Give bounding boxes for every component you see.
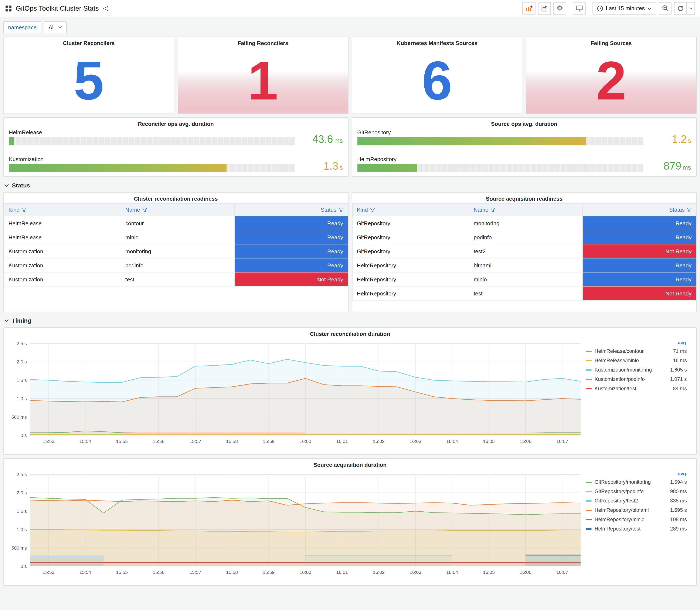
name-cell: test	[469, 286, 583, 300]
gauge-track	[9, 137, 295, 145]
dashboard-page: GitOps Toolkit Cluster Stats ⚙	[0, 0, 700, 610]
template-variables-row: namespace All	[3, 21, 697, 33]
dashboard-settings-button[interactable]: ⚙	[553, 2, 566, 15]
gauge-value: 1.2s	[644, 134, 691, 145]
panel-title[interactable]: Source ops avg. duration	[352, 118, 696, 128]
svg-text:1.0 s: 1.0 s	[17, 527, 27, 532]
panel-title[interactable]: Cluster reconciliation readiness	[4, 193, 348, 203]
panel-title[interactable]: Cluster reconciliation duration	[4, 328, 696, 338]
column-header-kind[interactable]: Kind	[4, 204, 121, 216]
refresh-button[interactable]	[674, 2, 687, 15]
series-color-swatch	[586, 528, 592, 529]
time-series-plot[interactable]: 0 s500 ms1.0 s1.5 s2.0 s2.5 s15:5315:541…	[9, 470, 586, 579]
table-row: HelmRepositoryminioReady	[352, 272, 696, 286]
svg-text:16:04: 16:04	[446, 569, 458, 575]
series-color-swatch	[586, 500, 592, 501]
svg-text:15:54: 15:54	[79, 569, 91, 575]
svg-text:1.0 s: 1.0 s	[17, 396, 27, 401]
zoom-out-icon	[662, 5, 668, 12]
legend-item[interactable]: HelmRepository/bitnami1.695 s	[586, 505, 687, 515]
legend-series-avg: 1.594 s	[670, 479, 687, 485]
kind-cell: GitRepository	[352, 244, 469, 258]
name-cell: contour	[121, 216, 234, 230]
legend-series-name: Kustomization/podinfo	[595, 376, 670, 382]
variable-label-namespace[interactable]: namespace	[3, 21, 41, 33]
funnel-icon[interactable]	[370, 208, 375, 212]
svg-text:15:54: 15:54	[79, 439, 91, 444]
legend-item[interactable]: GitRepository/monitoring1.594 s	[586, 477, 687, 487]
kind-cell: HelmRelease	[4, 216, 121, 230]
series-color-swatch	[586, 491, 592, 492]
name-cell: test2	[469, 244, 583, 258]
legend-item[interactable]: GitRepository/test2338 ms	[586, 496, 687, 505]
stat-value: 6	[422, 53, 452, 108]
name-cell: minio	[469, 272, 583, 286]
svg-text:16:00: 16:00	[299, 569, 311, 575]
legend-series-name: HelmRepository/test	[595, 526, 670, 532]
share-icon[interactable]	[103, 5, 109, 11]
svg-text:16:01: 16:01	[336, 439, 348, 444]
legend-item[interactable]: HelmRelease/contour71 ms	[586, 347, 687, 356]
legend-item[interactable]: HelmRepository/test289 ms	[586, 524, 687, 533]
column-header-name[interactable]: Name	[121, 204, 234, 216]
section-title: Timing	[12, 317, 31, 324]
funnel-icon[interactable]	[22, 208, 26, 212]
variable-value-dropdown[interactable]: All	[44, 21, 66, 33]
chart-legend: avgHelmRelease/contour71 msHelmRelease/m…	[586, 339, 687, 453]
zoom-out-button[interactable]	[659, 2, 671, 15]
legend-series-avg: 289 ms	[670, 526, 687, 532]
section-header-status[interactable]: Status	[4, 182, 696, 189]
panel-title[interactable]: Reconciler ops avg. duration	[4, 118, 348, 128]
funnel-icon[interactable]	[339, 208, 343, 212]
table-row: KustomizationmonitoringReady	[4, 244, 348, 258]
bar-gauge-kustomization: Kustomization 1.3s	[9, 156, 343, 172]
add-panel-button[interactable]	[522, 2, 536, 15]
save-icon	[541, 5, 548, 11]
section-header-timing[interactable]: Timing	[4, 317, 696, 324]
legend-item[interactable]: Kustomization/test84 ms	[586, 384, 687, 393]
legend-item[interactable]: Kustomization/podinfo1.071 s	[586, 374, 687, 384]
legend-item[interactable]: HelmRelease/minio16 ms	[586, 356, 687, 365]
column-header-status[interactable]: Status	[583, 204, 696, 216]
gauge-track	[9, 164, 295, 172]
svg-text:15:57: 15:57	[189, 439, 201, 444]
status-badge: Ready	[583, 258, 696, 272]
refresh-icon	[678, 5, 683, 11]
panel-title[interactable]: Source acquisition duration	[4, 459, 696, 469]
series-color-swatch	[586, 510, 592, 511]
svg-text:16:07: 16:07	[556, 569, 568, 575]
legend-series-avg: 980 ms	[670, 488, 687, 494]
stat-value: 2	[596, 53, 626, 108]
column-header-status[interactable]: Status	[234, 204, 348, 216]
column-header-name[interactable]: Name	[469, 204, 583, 216]
table-row: GitRepositorymonitoringReady	[352, 216, 696, 230]
legend-item[interactable]: Kustomization/monitoring1.605 s	[586, 365, 687, 374]
cycle-view-mode-button[interactable]	[573, 2, 586, 15]
svg-text:15:53: 15:53	[43, 569, 54, 575]
svg-text:15:59: 15:59	[263, 569, 275, 575]
legend-series-avg: 1.605 s	[670, 367, 687, 373]
column-header-kind[interactable]: Kind	[352, 204, 469, 216]
name-cell: test	[121, 272, 234, 286]
panel-title[interactable]: Failing Sources	[526, 37, 696, 48]
legend-item[interactable]: HelmRepository/minio108 ms	[586, 515, 687, 524]
svg-text:2.0 s: 2.0 s	[17, 490, 27, 495]
funnel-icon[interactable]	[687, 208, 691, 212]
panel-title[interactable]: Cluster Reconcilers	[4, 37, 174, 48]
panel-title[interactable]: Failing Reconcilers	[178, 37, 348, 48]
legend-item[interactable]: GitRepository/podinfo980 ms	[586, 487, 687, 496]
panel-title[interactable]: Kubernetes Manifests Sources	[352, 37, 522, 48]
time-range-picker[interactable]: Last 15 minutes	[592, 2, 656, 15]
table-row: HelmReleasecontourReady	[4, 216, 348, 230]
stat-panel-failing-reconcilers: Failing Reconcilers 1	[178, 36, 348, 114]
funnel-icon[interactable]	[142, 208, 147, 212]
legend-series-name: HelmRepository/bitnami	[595, 507, 670, 513]
save-dashboard-button[interactable]	[538, 2, 551, 15]
time-series-plot[interactable]: 0 s500 ms1.0 s1.5 s2.0 s2.5 s15:5315:541…	[9, 339, 586, 448]
panel-title[interactable]: Source acquisition readiness	[352, 193, 696, 203]
apps-grid-icon[interactable]	[5, 5, 12, 12]
stat-value: 1	[248, 53, 278, 108]
status-badge: Not Ready	[234, 272, 348, 286]
funnel-icon[interactable]	[490, 208, 495, 212]
refresh-interval-dropdown[interactable]	[686, 2, 695, 15]
